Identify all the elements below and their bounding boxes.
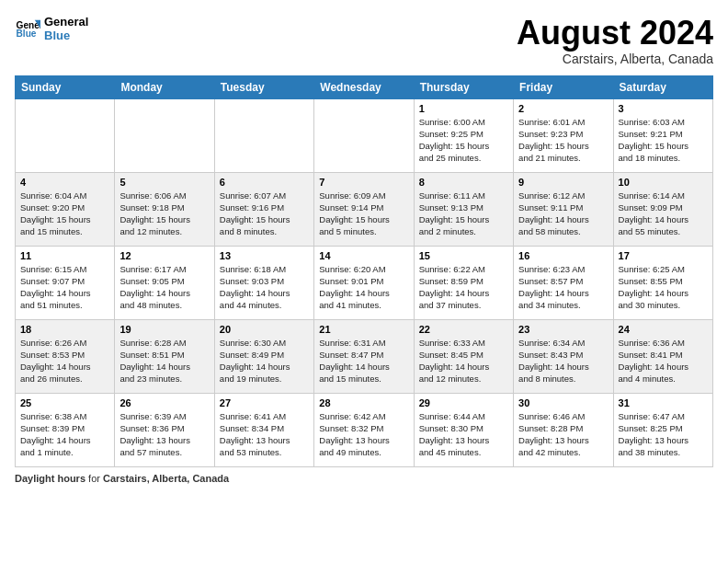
col-header-saturday: Saturday	[613, 75, 712, 98]
day-cell: 19Sunrise: 6:28 AMSunset: 8:51 PMDayligh…	[115, 319, 214, 393]
day-cell: 9Sunrise: 6:12 AMSunset: 9:11 PMDaylight…	[514, 172, 613, 246]
day-info: Sunrise: 6:25 AMSunset: 8:55 PMDaylight:…	[619, 263, 708, 312]
day-cell: 18Sunrise: 6:26 AMSunset: 8:53 PMDayligh…	[16, 319, 115, 393]
day-number: 16	[518, 250, 608, 261]
logo-text-blue: Blue	[44, 29, 88, 42]
day-number: 10	[619, 177, 708, 188]
day-cell: 24Sunrise: 6:36 AMSunset: 8:41 PMDayligh…	[613, 319, 712, 393]
day-cell: 11Sunrise: 6:15 AMSunset: 9:07 PMDayligh…	[16, 246, 115, 319]
day-cell: 12Sunrise: 6:17 AMSunset: 9:05 PMDayligh…	[115, 246, 214, 319]
day-number: 17	[619, 250, 708, 261]
day-number: 14	[319, 250, 408, 261]
day-number: 20	[220, 324, 309, 335]
col-header-monday: Monday	[115, 75, 214, 98]
day-cell: 31Sunrise: 6:47 AMSunset: 8:25 PMDayligh…	[613, 393, 712, 466]
day-cell	[115, 98, 214, 172]
week-row-5: 25Sunrise: 6:38 AMSunset: 8:39 PMDayligh…	[16, 393, 713, 466]
day-number: 30	[518, 397, 608, 408]
day-info: Sunrise: 6:15 AMSunset: 9:07 PMDaylight:…	[20, 263, 109, 312]
day-number: 7	[319, 177, 408, 188]
day-number: 9	[518, 177, 608, 188]
day-cell: 25Sunrise: 6:38 AMSunset: 8:39 PMDayligh…	[16, 393, 115, 466]
day-number: 12	[119, 250, 209, 261]
day-info: Sunrise: 6:17 AMSunset: 9:05 PMDaylight:…	[119, 263, 209, 312]
calendar-body: 1Sunrise: 6:00 AMSunset: 9:25 PMDaylight…	[16, 98, 713, 466]
day-info: Sunrise: 6:11 AMSunset: 9:13 PMDaylight:…	[419, 190, 508, 238]
day-info: Sunrise: 6:30 AMSunset: 8:49 PMDaylight:…	[220, 337, 309, 385]
day-number: 18	[20, 324, 109, 335]
day-cell: 17Sunrise: 6:25 AMSunset: 8:55 PMDayligh…	[613, 246, 712, 319]
page-header: General Blue General Blue August 2024 Ca…	[15, 15, 713, 66]
day-cell: 14Sunrise: 6:20 AMSunset: 9:01 PMDayligh…	[314, 246, 414, 319]
day-info: Sunrise: 6:22 AMSunset: 8:59 PMDaylight:…	[419, 263, 508, 312]
col-header-wednesday: Wednesday	[314, 75, 414, 98]
day-info: Sunrise: 6:26 AMSunset: 8:53 PMDaylight:…	[20, 337, 109, 385]
day-info: Sunrise: 6:28 AMSunset: 8:51 PMDaylight:…	[119, 337, 209, 385]
day-info: Sunrise: 6:38 AMSunset: 8:39 PMDaylight:…	[20, 410, 109, 459]
col-header-sunday: Sunday	[16, 75, 115, 98]
calendar-title: August 2024	[517, 15, 713, 52]
logo-icon: General Blue	[15, 16, 40, 41]
day-cell	[214, 98, 313, 172]
day-info: Sunrise: 6:44 AMSunset: 8:30 PMDaylight:…	[419, 410, 508, 459]
week-row-3: 11Sunrise: 6:15 AMSunset: 9:07 PMDayligh…	[16, 246, 713, 319]
title-block: August 2024 Carstairs, Alberta, Canada	[517, 15, 713, 66]
day-cell: 23Sunrise: 6:34 AMSunset: 8:43 PMDayligh…	[514, 319, 613, 393]
day-info: Sunrise: 6:20 AMSunset: 9:01 PMDaylight:…	[319, 263, 408, 312]
day-cell: 3Sunrise: 6:03 AMSunset: 9:21 PMDaylight…	[613, 98, 712, 172]
day-info: Sunrise: 6:07 AMSunset: 9:16 PMDaylight:…	[220, 190, 309, 238]
day-number: 26	[119, 397, 209, 408]
day-info: Sunrise: 6:34 AMSunset: 8:43 PMDaylight:…	[518, 337, 608, 385]
day-cell: 28Sunrise: 6:42 AMSunset: 8:32 PMDayligh…	[314, 393, 414, 466]
day-info: Sunrise: 6:39 AMSunset: 8:36 PMDaylight:…	[119, 410, 209, 459]
day-cell: 16Sunrise: 6:23 AMSunset: 8:57 PMDayligh…	[514, 246, 613, 319]
day-info: Sunrise: 6:09 AMSunset: 9:14 PMDaylight:…	[319, 190, 408, 238]
col-header-friday: Friday	[514, 75, 613, 98]
day-number: 1	[419, 103, 508, 114]
day-info: Sunrise: 6:01 AMSunset: 9:23 PMDaylight:…	[518, 116, 608, 165]
day-number: 27	[220, 397, 309, 408]
day-info: Sunrise: 6:47 AMSunset: 8:25 PMDaylight:…	[619, 410, 708, 459]
day-number: 28	[319, 397, 408, 408]
logo-text-general: General	[44, 15, 88, 29]
logo: General Blue General Blue	[15, 15, 88, 42]
location-subtitle: Carstairs, Alberta, Canada	[517, 52, 713, 66]
day-number: 25	[20, 397, 109, 408]
footer-label: Daylight hours	[15, 473, 85, 484]
day-cell: 20Sunrise: 6:30 AMSunset: 8:49 PMDayligh…	[214, 319, 313, 393]
day-number: 23	[518, 324, 608, 335]
calendar-table: SundayMondayTuesdayWednesdayThursdayFrid…	[15, 75, 713, 467]
day-cell: 6Sunrise: 6:07 AMSunset: 9:16 PMDaylight…	[214, 172, 313, 246]
day-cell: 7Sunrise: 6:09 AMSunset: 9:14 PMDaylight…	[314, 172, 414, 246]
day-number: 2	[518, 103, 608, 114]
day-number: 19	[119, 324, 209, 335]
day-info: Sunrise: 6:46 AMSunset: 8:28 PMDaylight:…	[518, 410, 608, 459]
day-cell: 2Sunrise: 6:01 AMSunset: 9:23 PMDaylight…	[514, 98, 613, 172]
day-info: Sunrise: 6:12 AMSunset: 9:11 PMDaylight:…	[518, 190, 608, 238]
day-cell: 10Sunrise: 6:14 AMSunset: 9:09 PMDayligh…	[613, 172, 712, 246]
day-number: 21	[319, 324, 408, 335]
day-cell: 26Sunrise: 6:39 AMSunset: 8:36 PMDayligh…	[115, 393, 214, 466]
day-info: Sunrise: 6:04 AMSunset: 9:20 PMDaylight:…	[20, 190, 109, 238]
day-cell: 22Sunrise: 6:33 AMSunset: 8:45 PMDayligh…	[414, 319, 513, 393]
day-info: Sunrise: 6:36 AMSunset: 8:41 PMDaylight:…	[619, 337, 708, 385]
day-info: Sunrise: 6:00 AMSunset: 9:25 PMDaylight:…	[419, 116, 508, 165]
day-info: Sunrise: 6:31 AMSunset: 8:47 PMDaylight:…	[319, 337, 408, 385]
day-number: 6	[220, 177, 309, 188]
footer-subtitle: Carstairs, Alberta, Canada	[103, 473, 229, 484]
day-cell: 29Sunrise: 6:44 AMSunset: 8:30 PMDayligh…	[414, 393, 513, 466]
day-cell: 5Sunrise: 6:06 AMSunset: 9:18 PMDaylight…	[115, 172, 214, 246]
day-number: 22	[419, 324, 508, 335]
day-number: 29	[419, 397, 508, 408]
day-cell: 27Sunrise: 6:41 AMSunset: 8:34 PMDayligh…	[214, 393, 313, 466]
footer-note: Daylight hours for Carstairs, Alberta, C…	[15, 473, 713, 484]
day-number: 31	[619, 397, 708, 408]
day-cell: 30Sunrise: 6:46 AMSunset: 8:28 PMDayligh…	[514, 393, 613, 466]
day-number: 24	[619, 324, 708, 335]
day-number: 5	[119, 177, 209, 188]
day-number: 8	[419, 177, 508, 188]
day-info: Sunrise: 6:23 AMSunset: 8:57 PMDaylight:…	[518, 263, 608, 312]
header-row: SundayMondayTuesdayWednesdayThursdayFrid…	[16, 75, 713, 98]
day-number: 13	[220, 250, 309, 261]
day-cell: 15Sunrise: 6:22 AMSunset: 8:59 PMDayligh…	[414, 246, 513, 319]
